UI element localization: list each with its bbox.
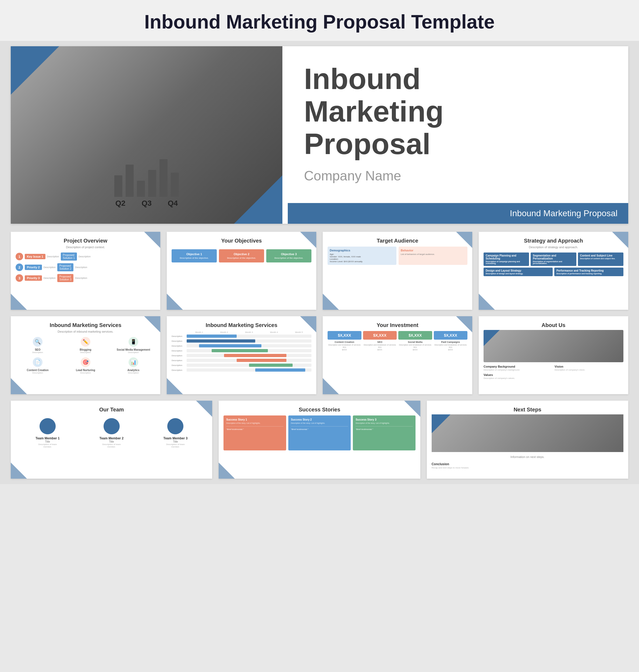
gantt-bar-area-4	[187, 349, 311, 352]
chart-label-q3: Q3	[141, 199, 152, 208]
obj-label-3: Objective 3	[269, 252, 309, 256]
gantt-row-3: Description	[172, 344, 311, 347]
team-title-2: Title	[98, 440, 125, 443]
blogging-desc: Description	[63, 351, 108, 354]
gantt-month-2: Month 2	[212, 331, 237, 333]
story-2: Success Story 2 Description of the story…	[288, 416, 351, 450]
invest-type-4: Paid Campaigns	[434, 341, 468, 343]
ta-gender: Gender: XXX, female, XXX male	[330, 255, 394, 258]
invest-price-1: $X,XXX	[328, 331, 361, 340]
service-content: 📄 Content Creation Description	[16, 357, 60, 374]
diag-corner-bl-icon	[11, 294, 27, 310]
invest-details-4: Description and breakdown of services	[434, 344, 468, 346]
gantt-row-1: Description	[172, 334, 311, 338]
about-company-background: Company Background Description of compan…	[484, 365, 552, 371]
marketing-services-title: Inbound Marketing Services	[16, 322, 155, 328]
strategy-box-3-desc: Description of content and subject line.	[580, 257, 621, 260]
gantt-bar-7	[249, 363, 293, 367]
po-num-1: 1	[16, 253, 23, 260]
po-num-3: 3	[16, 274, 23, 282]
story-2-title: Success Story 2	[291, 418, 348, 421]
strategy-box-4-desc: Description of design and layout strateg…	[486, 273, 550, 275]
diag-corner-bl-icon-4	[479, 294, 495, 310]
gantt-months: Month 1 Month 2 Month 3 Month 4 Month 5	[187, 331, 311, 333]
gantt-row-4: Description	[172, 349, 311, 352]
slide-gantt: Inbound Marketing Services Month 1 Month…	[167, 316, 316, 394]
obj-desc-1: Description of the objective.	[174, 257, 214, 259]
bar-4	[148, 170, 156, 197]
success-stories-title: Success Stories	[223, 407, 415, 413]
team-title: Our Team	[16, 407, 207, 413]
slide-success-stories: Success Stories Success Story 1 Descript…	[219, 401, 420, 479]
invest-type-2: SEO	[363, 341, 397, 343]
objectives-title: Your Objectives	[172, 238, 311, 244]
gantt-label-6: Description	[172, 359, 185, 362]
gantt-label-1: Description	[172, 335, 185, 338]
obj-box-1: Objective 1 Description of the objective…	[172, 249, 217, 263]
diag-corner-tr-icon-5	[144, 316, 160, 332]
content-icon: 📄	[33, 357, 43, 367]
blogging-name: Blogging	[63, 348, 108, 351]
ta-behavior: Behavior List of behaviors of target aud…	[399, 247, 467, 265]
stories-row: Success Story 1 Description of the story…	[223, 416, 415, 450]
story-3-quote: "Brief testimonial."	[356, 426, 412, 431]
gantt-bar-3	[199, 344, 261, 347]
slides-row-1: Project Overview Description of project …	[11, 232, 628, 310]
bar-2	[126, 165, 134, 197]
po-proposed-1: ProposedSolution 1	[61, 252, 77, 261]
gantt-label-4: Description	[172, 349, 185, 352]
services-icons: 🔍 SEO Description ✏️ Blogging Descriptio…	[16, 337, 155, 374]
story-1-title: Success Story 1	[226, 418, 283, 421]
next-steps-image	[432, 415, 623, 452]
story-1-desc: Description of the story. List of highli…	[226, 422, 283, 424]
about-vision-title: Vision	[555, 365, 623, 368]
invest-type-3: Social Media	[398, 341, 432, 343]
po-desc-1b: Description	[79, 255, 91, 258]
service-lead: 🎯 Lead Nurturing Description	[63, 357, 108, 374]
story-1: Success Story 1 Description of the story…	[223, 416, 286, 450]
chart-label-q4: Q4	[168, 199, 178, 208]
ns-blue-corner-icon	[432, 415, 451, 433]
obj-label-2: Objective 2	[222, 252, 261, 256]
invest-seo: $X,XXX SEO Description and breakdown of …	[363, 331, 397, 351]
bar-5	[159, 159, 168, 197]
invest-roi-val-1: $XXX	[328, 349, 361, 351]
blue-triangle-bottom-icon	[234, 175, 282, 224]
strategy-box-3: Content and Subject Line Description of …	[578, 252, 623, 266]
gantt-label-8: Description	[172, 369, 185, 371]
next-steps-conclusion: Conclusion Recap and next steps to move …	[432, 462, 623, 469]
team-title-1: Title	[34, 440, 61, 443]
po-label-3: Priority 3	[25, 275, 42, 281]
team-row: Team Member 1 Title Description of team …	[16, 418, 207, 448]
invest-details-1: Description and breakdown of services	[328, 344, 361, 346]
invest-social: $X,XXX Social Media Description and brea…	[398, 331, 432, 351]
story-1-quote: "Brief testimonial."	[226, 426, 283, 431]
gantt-label-5: Description	[172, 355, 185, 357]
slide-next-steps: Next Steps Information on next steps. Co…	[427, 401, 628, 479]
lead-desc: Description	[63, 372, 108, 374]
social-icon: 📱	[128, 337, 138, 347]
project-overview-desc: Description of project context.	[16, 246, 155, 249]
conclusion-title: Conclusion	[432, 462, 623, 466]
gantt-row-8: Description	[172, 369, 311, 372]
bar-1	[114, 175, 122, 197]
invest-details-3: Description and breakdown of services	[398, 344, 432, 346]
story-3-desc: Description of the story. List of highli…	[356, 422, 412, 424]
po-num-2: 2	[16, 264, 23, 271]
ta-location: Location:	[330, 258, 394, 260]
strategy-desc: Description of strategy and approach.	[484, 246, 623, 249]
conclusion-desc: Recap and next steps to move forward.	[432, 467, 623, 469]
diag-corner-tr-icon-7	[456, 316, 472, 332]
gantt-bar-area-5	[187, 354, 311, 357]
slide-target-audience: Target Audience Demographics Age: Gender…	[323, 232, 472, 310]
diag-corner-bl-icon-3	[323, 294, 339, 310]
gantt-bar-area-8	[187, 369, 311, 372]
seo-desc: Description	[16, 351, 60, 354]
slide-objectives: Your Objectives Objective 1 Description …	[167, 232, 316, 310]
team-name-3: Team Member 3	[162, 436, 189, 440]
hero-footer: Inbound Marketing Proposal	[288, 203, 628, 224]
strategy-title: Strategy and Approach	[484, 238, 623, 244]
investment-grid: $X,XXX Content Creation Description and …	[328, 331, 467, 351]
bar-6	[171, 173, 179, 197]
seo-name: SEO	[16, 348, 60, 351]
